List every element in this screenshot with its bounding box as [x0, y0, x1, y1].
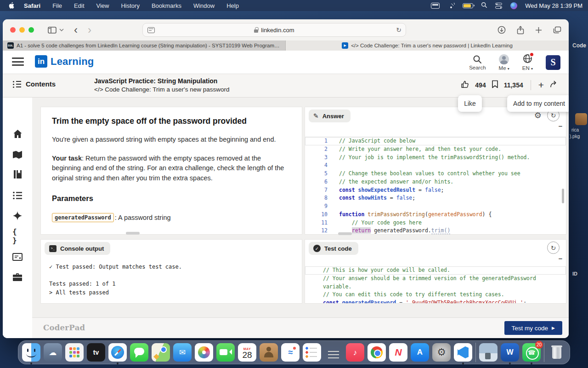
collapse-panel-button[interactable]: – — [559, 254, 562, 262]
desktop-package-icon[interactable] — [575, 113, 587, 125]
code-line[interactable]: 9 — [305, 202, 566, 211]
contents-list-icon[interactable] — [12, 190, 23, 201]
dock-system-settings-icon[interactable]: ⚙ — [432, 343, 451, 362]
menu-bookmarks[interactable]: Bookmarks — [152, 2, 181, 9]
dock-music-icon[interactable]: ♪ — [346, 343, 364, 362]
dock-trash-icon[interactable] — [548, 343, 566, 362]
code-line[interactable]: 11 // Your code goes here — [305, 219, 566, 227]
dock-minimized-window-icon[interactable] — [479, 343, 498, 362]
answer-tab[interactable]: ✎ Answer — [309, 109, 351, 122]
add-to-content-button[interactable]: + — [538, 80, 544, 91]
dock-contacts-icon[interactable] — [260, 343, 278, 362]
dock-photos-icon[interactable] — [195, 343, 213, 362]
menu-safari[interactable]: Safari — [24, 2, 40, 9]
code-line[interactable]: 5// Change these boolean values to contr… — [305, 170, 566, 178]
dock-launchpad-icon[interactable] — [65, 343, 84, 362]
battery-icon[interactable] — [463, 3, 473, 8]
code-line[interactable]: 3// Your job is to implement the trimPas… — [305, 154, 566, 162]
home-icon[interactable] — [12, 129, 23, 139]
forward-button[interactable]: › — [88, 24, 91, 35]
code-line[interactable]: const generatedPassword = ' 9vud9zQWTh5R… — [305, 299, 566, 303]
me-menu[interactable]: Me ▾ — [499, 54, 509, 71]
dock-app-store-icon[interactable]: A — [411, 343, 429, 362]
keyboard-icon[interactable] — [431, 3, 440, 9]
code-line[interactable]: 7const showExpectedResult = false; — [305, 186, 566, 195]
dock-news-icon[interactable]: N — [389, 343, 407, 362]
library-icon[interactable] — [12, 169, 23, 179]
code-braces-icon[interactable]: { } — [12, 231, 23, 241]
dock-facetime-icon[interactable] — [216, 343, 235, 362]
code-line[interactable]: // You can edit this code to try differe… — [305, 291, 566, 299]
menu-edit[interactable]: Edit — [74, 2, 84, 9]
url-text[interactable]: linkedin.com — [261, 27, 294, 34]
console-tab[interactable]: >_ Console output — [45, 242, 110, 255]
dock-freeform-icon[interactable]: ≈ — [281, 343, 300, 362]
menu-view[interactable]: View — [96, 2, 109, 9]
hamburger-menu-icon[interactable] — [12, 58, 24, 67]
dock-server-utility-icon[interactable]: ☁ — [44, 343, 62, 362]
dock-vscode-icon[interactable] — [454, 343, 472, 362]
chevron-down-icon[interactable] — [59, 29, 64, 31]
answer-code-editor[interactable]: 1// JavaScript code below2// Write your … — [305, 137, 566, 234]
dock-chrome-icon[interactable] — [368, 343, 386, 362]
dock-notes-icon[interactable] — [324, 343, 343, 362]
reload-icon[interactable]: ↻ — [396, 26, 401, 34]
dock-reminders-icon[interactable] — [303, 343, 321, 362]
dock-finder-icon[interactable] — [22, 343, 40, 362]
like-button[interactable] — [461, 80, 469, 91]
career-briefcase-icon[interactable] — [12, 272, 23, 282]
linkedin-learning-logo[interactable]: in Learning — [35, 55, 94, 68]
code-line[interactable]: 8const showHints = false; — [305, 194, 566, 202]
browser-tab-linkedin[interactable]: ▶ </> Code Challenge: Trim a user's new … — [286, 40, 569, 51]
code-line[interactable]: 2// Write your answer here, and then tes… — [305, 145, 566, 154]
dock-word-icon[interactable]: W — [501, 343, 519, 362]
browser-tab-d2l[interactable]: D2L A1 - solve 5 code challenges from Li… — [3, 40, 286, 51]
code-line[interactable]: 10function trimPasswordString(generatedP… — [305, 211, 566, 219]
editor-scrollbar[interactable] — [562, 189, 564, 203]
spotlight-icon[interactable] — [481, 2, 487, 10]
collapse-panel-button[interactable]: – — [559, 122, 562, 130]
apple-logo-icon[interactable] — [8, 2, 16, 9]
organization-logo[interactable]: S — [546, 55, 560, 70]
back-button[interactable]: ‹ — [74, 24, 78, 35]
code-line[interactable]: // Your answer should be a trimmed versi… — [305, 275, 566, 283]
minimize-window-button[interactable] — [19, 27, 25, 33]
control-center-icon[interactable] — [495, 3, 503, 9]
code-line[interactable]: // This is how your code will be called. — [305, 266, 566, 275]
language-menu[interactable]: EN ▾ — [522, 54, 533, 71]
menubar-clock[interactable]: Wed May 28 1:39 PM — [525, 2, 582, 9]
sidebar-toggle-icon[interactable] — [48, 27, 57, 34]
test-code-tab[interactable]: ✓ Test code — [309, 242, 358, 255]
share-icon[interactable] — [517, 26, 524, 34]
dock-mail-icon[interactable]: ✉ — [173, 343, 192, 362]
save-button[interactable] — [492, 80, 498, 90]
downloads-icon[interactable] — [498, 26, 506, 34]
menu-window[interactable]: Window — [193, 2, 215, 9]
code-line[interactable]: 1// JavaScript code below — [305, 137, 566, 145]
test-my-code-button[interactable]: Test my code▶ — [504, 321, 562, 335]
close-window-button[interactable] — [10, 27, 16, 33]
panel-resize-handle[interactable] — [126, 232, 140, 235]
share-lesson-button[interactable] — [549, 80, 559, 90]
code-line[interactable]: variable. — [305, 283, 566, 291]
dock-messages-icon[interactable] — [130, 343, 148, 362]
contents-toggle[interactable]: Contents — [13, 80, 56, 88]
wifi-icon[interactable] — [447, 3, 455, 8]
menu-history[interactable]: History — [121, 2, 139, 9]
ai-sparkle-icon[interactable] — [12, 211, 23, 221]
dock-apple-tv-icon[interactable]: tv — [87, 343, 105, 362]
dock-maps-icon[interactable] — [152, 343, 170, 362]
zoom-window-button[interactable] — [28, 27, 34, 33]
certificates-icon[interactable] — [12, 252, 23, 262]
new-tab-icon[interactable] — [535, 27, 542, 34]
tab-overview-icon[interactable] — [553, 26, 561, 34]
menu-file[interactable]: File — [52, 2, 62, 9]
dock-whatsapp-icon[interactable]: ☎20 — [522, 343, 541, 362]
code-line[interactable]: 4 — [305, 161, 566, 170]
dock-safari-icon[interactable] — [108, 343, 127, 362]
search-button[interactable]: Search — [469, 55, 486, 70]
explore-map-icon[interactable] — [12, 150, 23, 160]
code-line[interactable]: 6// the expected answer and/or hints. — [305, 178, 566, 186]
test-code-editor[interactable]: // This is how your code will be called.… — [305, 266, 566, 303]
siri-icon[interactable] — [510, 2, 517, 9]
